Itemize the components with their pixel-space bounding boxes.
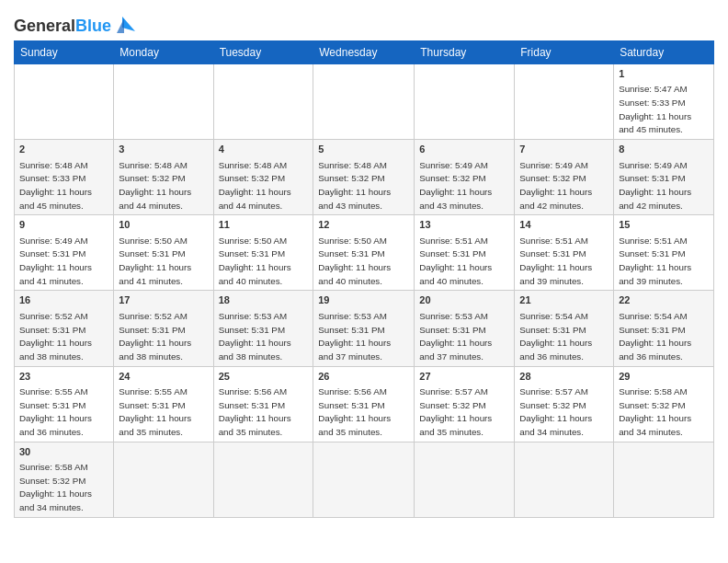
calendar-cell: 7Sunrise: 5:49 AM Sunset: 5:32 PM Daylig… xyxy=(515,140,614,215)
day-number: 23 xyxy=(19,370,108,384)
calendar-cell xyxy=(614,442,714,517)
day-number: 15 xyxy=(619,218,709,232)
day-number: 7 xyxy=(519,143,609,156)
day-info: Sunrise: 5:55 AM Sunset: 5:31 PM Dayligh… xyxy=(119,386,191,437)
weekday-header-tuesday: Tuesday xyxy=(213,41,313,64)
calendar-cell: 27Sunrise: 5:57 AM Sunset: 5:32 PM Dayli… xyxy=(415,366,515,442)
calendar-cell: 28Sunrise: 5:57 AM Sunset: 5:32 PM Dayli… xyxy=(515,366,614,442)
day-number: 17 xyxy=(119,293,208,307)
calendar-cell: 22Sunrise: 5:54 AM Sunset: 5:31 PM Dayli… xyxy=(614,291,714,366)
calendar-table: SundayMondayTuesdayWednesdayThursdayFrid… xyxy=(14,40,714,518)
day-number: 10 xyxy=(119,218,208,232)
calendar-cell xyxy=(415,442,515,517)
weekday-header-monday: Monday xyxy=(114,41,213,64)
calendar-week-row: 30Sunrise: 5:58 AM Sunset: 5:32 PM Dayli… xyxy=(15,442,714,517)
calendar-week-row: 1Sunrise: 5:47 AM Sunset: 5:33 PM Daylig… xyxy=(15,64,714,140)
day-info: Sunrise: 5:55 AM Sunset: 5:31 PM Dayligh… xyxy=(19,386,92,437)
calendar-cell xyxy=(15,64,114,140)
day-number: 30 xyxy=(19,445,108,459)
calendar-cell: 25Sunrise: 5:56 AM Sunset: 5:31 PM Dayli… xyxy=(213,366,313,442)
calendar-cell: 2Sunrise: 5:48 AM Sunset: 5:33 PM Daylig… xyxy=(15,140,114,215)
calendar-cell: 24Sunrise: 5:55 AM Sunset: 5:31 PM Dayli… xyxy=(114,366,213,442)
calendar-cell: 23Sunrise: 5:55 AM Sunset: 5:31 PM Dayli… xyxy=(15,366,114,442)
calendar-cell: 1Sunrise: 5:47 AM Sunset: 5:33 PM Daylig… xyxy=(614,64,714,140)
calendar-cell: 13Sunrise: 5:51 AM Sunset: 5:31 PM Dayli… xyxy=(415,215,515,291)
calendar-cell xyxy=(213,442,313,517)
day-number: 16 xyxy=(19,293,108,307)
calendar-week-row: 23Sunrise: 5:55 AM Sunset: 5:31 PM Dayli… xyxy=(15,366,714,442)
logo-icon xyxy=(111,15,137,35)
day-number: 27 xyxy=(419,370,509,384)
calendar-cell xyxy=(313,442,415,517)
day-number: 29 xyxy=(619,370,709,384)
day-number: 21 xyxy=(519,293,609,307)
day-info: Sunrise: 5:56 AM Sunset: 5:31 PM Dayligh… xyxy=(219,386,291,437)
day-info: Sunrise: 5:51 AM Sunset: 5:31 PM Dayligh… xyxy=(419,236,492,286)
day-number: 5 xyxy=(318,143,409,156)
calendar-cell: 5Sunrise: 5:48 AM Sunset: 5:32 PM Daylig… xyxy=(313,140,415,215)
day-number: 18 xyxy=(219,293,309,307)
day-number: 13 xyxy=(419,218,509,232)
day-number: 24 xyxy=(119,370,208,384)
day-info: Sunrise: 5:50 AM Sunset: 5:31 PM Dayligh… xyxy=(318,236,391,286)
calendar-cell xyxy=(114,64,213,140)
calendar-cell xyxy=(213,64,313,140)
logo-text: GeneralBlue xyxy=(14,17,111,34)
weekday-header-row: SundayMondayTuesdayWednesdayThursdayFrid… xyxy=(15,41,714,64)
day-number: 9 xyxy=(19,218,108,232)
weekday-header-saturday: Saturday xyxy=(614,41,714,64)
calendar-cell: 14Sunrise: 5:51 AM Sunset: 5:31 PM Dayli… xyxy=(515,215,614,291)
logo: GeneralBlue xyxy=(14,17,137,35)
weekday-header-wednesday: Wednesday xyxy=(313,41,415,64)
day-info: Sunrise: 5:47 AM Sunset: 5:33 PM Dayligh… xyxy=(619,84,691,134)
day-number: 28 xyxy=(519,370,609,384)
day-info: Sunrise: 5:58 AM Sunset: 5:32 PM Dayligh… xyxy=(619,386,691,437)
day-info: Sunrise: 5:49 AM Sunset: 5:31 PM Dayligh… xyxy=(619,160,691,211)
day-info: Sunrise: 5:58 AM Sunset: 5:32 PM Dayligh… xyxy=(19,462,92,512)
day-number: 25 xyxy=(219,370,309,384)
svg-marker-0 xyxy=(122,17,135,31)
calendar-cell xyxy=(114,442,213,517)
calendar-cell: 17Sunrise: 5:52 AM Sunset: 5:31 PM Dayli… xyxy=(114,291,213,366)
calendar-cell: 20Sunrise: 5:53 AM Sunset: 5:31 PM Dayli… xyxy=(415,291,515,366)
day-number: 2 xyxy=(19,143,108,156)
calendar-cell xyxy=(313,64,415,140)
day-info: Sunrise: 5:50 AM Sunset: 5:31 PM Dayligh… xyxy=(219,236,291,286)
day-info: Sunrise: 5:49 AM Sunset: 5:32 PM Dayligh… xyxy=(519,160,592,211)
calendar-cell: 21Sunrise: 5:54 AM Sunset: 5:31 PM Dayli… xyxy=(515,291,614,366)
calendar-week-row: 2Sunrise: 5:48 AM Sunset: 5:33 PM Daylig… xyxy=(15,140,714,215)
day-number: 8 xyxy=(619,143,709,156)
calendar-cell: 26Sunrise: 5:56 AM Sunset: 5:31 PM Dayli… xyxy=(313,366,415,442)
day-info: Sunrise: 5:56 AM Sunset: 5:31 PM Dayligh… xyxy=(318,386,391,437)
calendar-cell: 16Sunrise: 5:52 AM Sunset: 5:31 PM Dayli… xyxy=(15,291,114,366)
day-number: 4 xyxy=(219,143,309,156)
day-info: Sunrise: 5:57 AM Sunset: 5:32 PM Dayligh… xyxy=(519,386,592,437)
day-number: 11 xyxy=(219,218,309,232)
calendar-cell: 15Sunrise: 5:51 AM Sunset: 5:31 PM Dayli… xyxy=(614,215,714,291)
header: GeneralBlue xyxy=(14,9,714,35)
weekday-header-friday: Friday xyxy=(515,41,614,64)
day-number: 22 xyxy=(619,293,709,307)
calendar-week-row: 16Sunrise: 5:52 AM Sunset: 5:31 PM Dayli… xyxy=(15,291,714,366)
calendar-cell xyxy=(515,64,614,140)
day-number: 20 xyxy=(419,293,509,307)
day-info: Sunrise: 5:48 AM Sunset: 5:33 PM Dayligh… xyxy=(19,160,92,211)
day-info: Sunrise: 5:54 AM Sunset: 5:31 PM Dayligh… xyxy=(519,311,592,362)
day-number: 26 xyxy=(318,370,409,384)
calendar-cell: 29Sunrise: 5:58 AM Sunset: 5:32 PM Dayli… xyxy=(614,366,714,442)
day-info: Sunrise: 5:52 AM Sunset: 5:31 PM Dayligh… xyxy=(19,311,92,362)
day-info: Sunrise: 5:51 AM Sunset: 5:31 PM Dayligh… xyxy=(519,236,592,286)
weekday-header-thursday: Thursday xyxy=(415,41,515,64)
calendar-cell: 30Sunrise: 5:58 AM Sunset: 5:32 PM Dayli… xyxy=(15,442,114,517)
calendar-cell: 4Sunrise: 5:48 AM Sunset: 5:32 PM Daylig… xyxy=(213,140,313,215)
svg-marker-1 xyxy=(117,18,124,33)
calendar-cell xyxy=(515,442,614,517)
calendar-cell: 3Sunrise: 5:48 AM Sunset: 5:32 PM Daylig… xyxy=(114,140,213,215)
day-info: Sunrise: 5:48 AM Sunset: 5:32 PM Dayligh… xyxy=(219,160,291,211)
day-info: Sunrise: 5:51 AM Sunset: 5:31 PM Dayligh… xyxy=(619,236,691,286)
calendar-cell: 11Sunrise: 5:50 AM Sunset: 5:31 PM Dayli… xyxy=(213,215,313,291)
day-info: Sunrise: 5:49 AM Sunset: 5:31 PM Dayligh… xyxy=(19,236,92,286)
day-info: Sunrise: 5:54 AM Sunset: 5:31 PM Dayligh… xyxy=(619,311,691,362)
day-number: 3 xyxy=(119,143,208,156)
calendar-cell: 18Sunrise: 5:53 AM Sunset: 5:31 PM Dayli… xyxy=(213,291,313,366)
